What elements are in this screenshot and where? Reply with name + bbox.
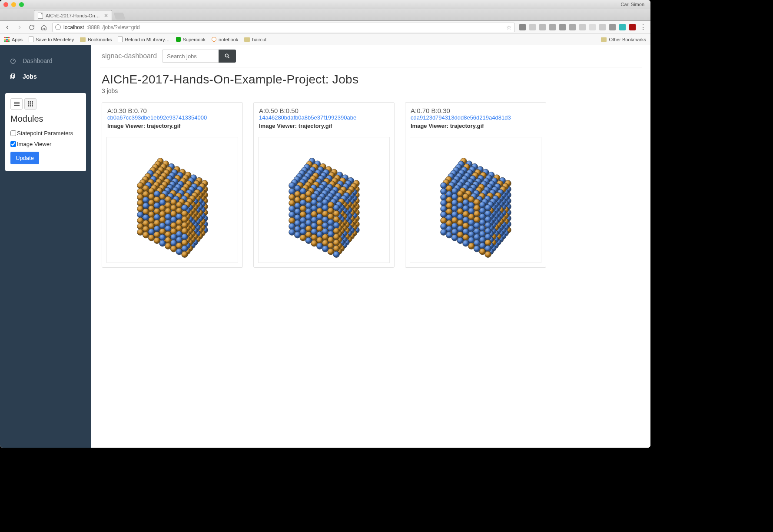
svg-point-696 (311, 217, 317, 223)
svg-point-766 (322, 234, 328, 241)
svg-point-402 (181, 251, 188, 258)
bookmark-folder-haircut[interactable]: haircut (244, 37, 266, 42)
svg-point-308 (153, 220, 160, 226)
svg-point-1053 (446, 220, 452, 227)
svg-point-237 (148, 206, 155, 212)
mendeley-icon[interactable] (629, 24, 636, 30)
svg-point-1063 (474, 205, 480, 212)
bookmark-mlibrary[interactable]: Reload in MLibrary… (118, 37, 169, 42)
chrome-profile-name[interactable]: Carl Simon (621, 2, 647, 7)
svg-rect-11 (32, 103, 33, 105)
svg-point-1173 (484, 246, 491, 252)
ext-icon[interactable] (599, 24, 606, 30)
svg-point-527 (289, 188, 295, 195)
ext-icon[interactable] (549, 24, 556, 30)
cast-icon[interactable] (519, 24, 526, 30)
ext-icon[interactable] (559, 24, 566, 30)
svg-point-577 (300, 194, 306, 200)
job-hash-link[interactable]: cda9123d794313ddd8e56d219a4d81d3 (411, 114, 541, 121)
ext-icon[interactable] (539, 24, 546, 30)
job-title: A:0.30 B:0.70 (107, 107, 237, 114)
ext-icon[interactable] (589, 24, 596, 30)
back-button[interactable] (3, 23, 11, 31)
svg-point-961 (446, 197, 452, 203)
svg-point-1089 (484, 205, 491, 211)
svg-point-306 (148, 223, 155, 229)
svg-point-788 (333, 251, 339, 258)
svg-point-325 (143, 232, 149, 239)
bookmark-folder-bookmarks[interactable]: Bookmarks (80, 37, 112, 42)
svg-point-921 (446, 185, 452, 192)
job-card[interactable]: A:0.50 B:0.50 14a46280bdafb0a8b5e37f1992… (253, 102, 395, 268)
svg-point-511 (289, 183, 295, 189)
svg-point-173 (148, 188, 155, 195)
svg-point-787 (333, 246, 339, 252)
svg-point-750 (311, 234, 317, 241)
page-subtitle: 3 jobs (102, 87, 640, 94)
svg-point-262 (153, 208, 160, 215)
svg-point-1030 (446, 214, 452, 221)
ext-icon[interactable] (579, 24, 586, 30)
ext-icon[interactable] (569, 24, 576, 30)
new-tab-button[interactable] (113, 13, 125, 20)
forward-button[interactable] (16, 23, 23, 31)
address-bar[interactable]: i localhost:8888/jobs/?view=grid ☆ (52, 23, 515, 32)
svg-point-1109 (479, 213, 486, 220)
search-input[interactable] (162, 50, 219, 63)
search-group (162, 50, 236, 63)
bookmark-notebook[interactable]: notebook (212, 37, 238, 42)
svg-point-646 (300, 211, 306, 218)
statepoint-checkbox[interactable] (10, 130, 16, 136)
dashboard-icon (10, 57, 17, 64)
page-title: AIChE-2017-Hands-On-Example-Project: Job… (102, 73, 640, 86)
job-card[interactable]: A:0.70 B:0.30 cda9123d794313ddd8e56d219a… (405, 102, 546, 268)
job-hash-link[interactable]: 14a46280bdafb0a8b5e37f1992390abe (259, 114, 389, 121)
job-title: A:0.50 B:0.50 (259, 107, 389, 114)
apps-shortcut[interactable]: Apps (4, 37, 23, 42)
sidebar-item-jobs[interactable]: Jobs (0, 69, 91, 84)
window-minimize-button[interactable] (11, 2, 16, 7)
bookmark-star-icon[interactable]: ☆ (506, 24, 512, 31)
svg-point-596 (289, 206, 295, 212)
svg-point-1005 (440, 212, 447, 218)
ext-icon[interactable] (619, 24, 626, 30)
svg-point-945 (451, 188, 458, 195)
svg-rect-3 (14, 102, 20, 103)
site-info-icon[interactable]: i (55, 24, 61, 30)
bookmark-mendeley[interactable]: Save to Mendeley (29, 37, 74, 42)
window-zoom-button[interactable] (19, 2, 24, 7)
svg-point-289 (165, 208, 171, 215)
imageviewer-checkbox[interactable] (10, 141, 16, 147)
job-card[interactable]: A:0.30 B:0.70 cb0a67cc393dbe1eb92e937413… (102, 102, 243, 268)
svg-point-312 (165, 214, 171, 220)
other-bookmarks[interactable]: Other Bookmarks (601, 37, 646, 42)
browser-tab[interactable]: AIChE-2017-Hands-On-Exam… ✕ (34, 10, 112, 20)
sidebar-item-dashboard[interactable]: Dashboard (0, 53, 91, 69)
svg-point-149 (143, 185, 149, 192)
app-brand[interactable]: signac-dashboard (102, 52, 157, 60)
svg-point-764 (316, 237, 323, 244)
module-statepoint[interactable]: Statepoint Parameters (10, 130, 81, 136)
svg-point-913 (440, 188, 447, 195)
close-tab-icon[interactable]: ✕ (104, 13, 108, 19)
grid-view-button[interactable] (24, 98, 36, 110)
svg-point-310 (159, 217, 166, 223)
svg-point-279 (137, 223, 143, 230)
trajectory-thumbnail (258, 137, 390, 263)
reload-button[interactable] (28, 23, 36, 31)
svg-point-783 (328, 243, 334, 249)
svg-point-337 (176, 213, 182, 220)
ext-icon[interactable] (529, 24, 536, 30)
job-hash-link[interactable]: cb0a67cc393dbe1eb92e937413354000 (107, 114, 237, 121)
update-button[interactable]: Update (10, 152, 39, 164)
svg-point-631 (316, 196, 323, 203)
ext-icon[interactable] (609, 24, 616, 30)
bookmark-supercook[interactable]: Supercook (176, 37, 206, 42)
window-close-button[interactable] (3, 2, 8, 7)
home-button[interactable] (40, 23, 48, 31)
svg-point-698 (316, 214, 323, 220)
chrome-menu-icon[interactable]: ⋮ (639, 23, 647, 31)
search-button[interactable] (219, 50, 236, 63)
module-imageviewer[interactable]: Image Viewer (10, 141, 81, 147)
list-view-button[interactable] (10, 98, 23, 110)
